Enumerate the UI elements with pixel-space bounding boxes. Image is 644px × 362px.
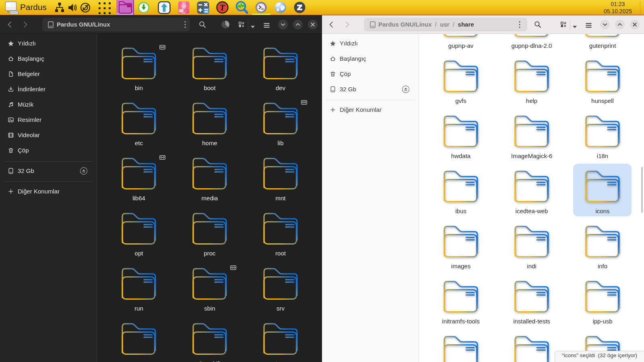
svg-text:T: T: [220, 3, 225, 12]
